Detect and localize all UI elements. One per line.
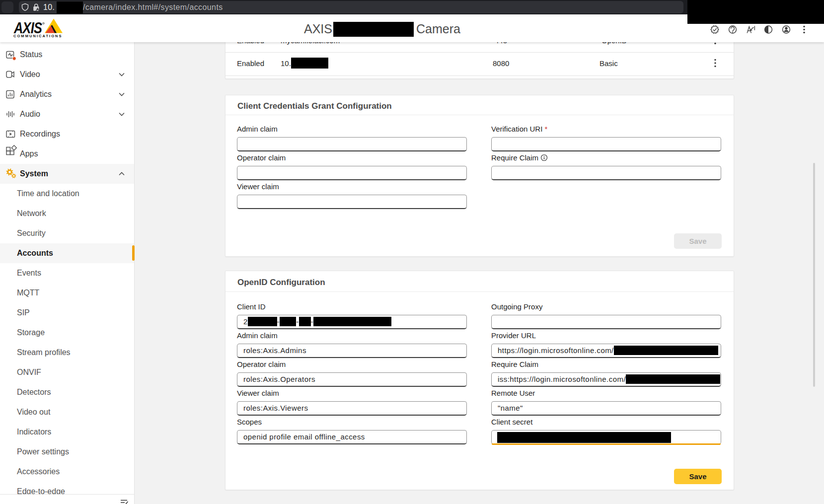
svg-text:COMMUNICATIONS: COMMUNICATIONS (13, 34, 63, 38)
